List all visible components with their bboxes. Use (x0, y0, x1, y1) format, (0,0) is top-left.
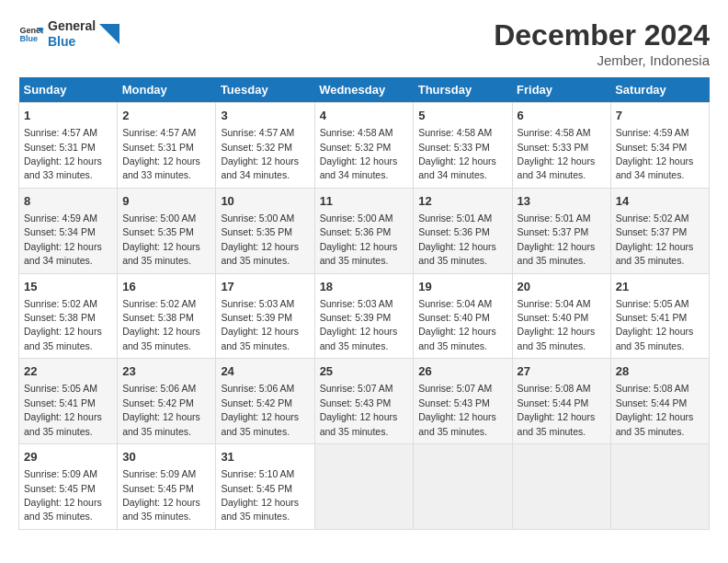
day-number: 24 (221, 363, 309, 380)
week-row-2: 8Sunrise: 4:59 AMSunset: 5:34 PMDaylight… (19, 188, 710, 273)
day-info: Sunrise: 5:03 AMSunset: 5:39 PMDaylight:… (320, 298, 398, 351)
day-info: Sunrise: 5:06 AMSunset: 5:42 PMDaylight:… (122, 383, 200, 436)
day-info: Sunrise: 4:57 AMSunset: 5:31 PMDaylight:… (122, 127, 200, 180)
day-number: 3 (221, 108, 309, 124)
day-info: Sunrise: 5:05 AMSunset: 5:41 PMDaylight:… (24, 383, 102, 436)
day-info: Sunrise: 4:58 AMSunset: 5:33 PMDaylight:… (518, 127, 596, 180)
week-row-5: 29Sunrise: 5:09 AMSunset: 5:45 PMDayligh… (19, 444, 710, 530)
day-info: Sunrise: 5:07 AMSunset: 5:43 PMDaylight:… (418, 383, 496, 436)
day-header-monday: Monday (118, 77, 216, 103)
day-header-wednesday: Wednesday (314, 77, 414, 103)
day-header-friday: Friday (512, 77, 610, 103)
calendar-cell: 9Sunrise: 5:00 AMSunset: 5:35 PMDaylight… (118, 188, 216, 273)
svg-marker-3 (99, 24, 119, 44)
day-info: Sunrise: 5:03 AMSunset: 5:39 PMDaylight:… (221, 298, 299, 351)
title-block: December 2024 Jember, Indonesia (494, 18, 710, 68)
calendar-cell: 14Sunrise: 5:02 AMSunset: 5:37 PMDayligh… (610, 188, 709, 273)
logo: General Blue General Blue (18, 18, 119, 50)
calendar-cell: 30Sunrise: 5:09 AMSunset: 5:45 PMDayligh… (118, 444, 216, 530)
day-number: 26 (418, 363, 506, 380)
day-header-tuesday: Tuesday (216, 77, 314, 103)
day-info: Sunrise: 5:08 AMSunset: 5:44 PMDaylight:… (518, 383, 596, 436)
calendar-cell: 24Sunrise: 5:06 AMSunset: 5:42 PMDayligh… (216, 359, 314, 444)
day-number: 21 (616, 279, 704, 295)
calendar-cell: 2Sunrise: 4:57 AMSunset: 5:31 PMDaylight… (118, 103, 216, 189)
day-info: Sunrise: 4:59 AMSunset: 5:34 PMDaylight:… (24, 213, 102, 266)
day-info: Sunrise: 4:57 AMSunset: 5:32 PMDaylight:… (221, 127, 299, 180)
day-info: Sunrise: 5:00 AMSunset: 5:36 PMDaylight:… (320, 213, 398, 266)
day-number: 11 (320, 193, 409, 210)
week-row-4: 22Sunrise: 5:05 AMSunset: 5:41 PMDayligh… (19, 359, 710, 444)
day-number: 8 (24, 193, 112, 210)
day-info: Sunrise: 4:59 AMSunset: 5:34 PMDaylight:… (616, 127, 694, 180)
calendar-cell (512, 444, 610, 530)
calendar-cell: 4Sunrise: 4:58 AMSunset: 5:32 PMDaylight… (314, 103, 414, 189)
calendar-cell: 21Sunrise: 5:05 AMSunset: 5:41 PMDayligh… (610, 273, 709, 359)
day-info: Sunrise: 5:04 AMSunset: 5:40 PMDaylight:… (418, 298, 496, 351)
calendar-cell: 5Sunrise: 4:58 AMSunset: 5:33 PMDaylight… (414, 103, 512, 189)
day-number: 13 (518, 193, 606, 210)
month-title: December 2024 (494, 18, 710, 52)
day-number: 7 (616, 108, 704, 124)
day-info: Sunrise: 5:00 AMSunset: 5:35 PMDaylight:… (122, 213, 200, 266)
day-header-saturday: Saturday (610, 77, 709, 103)
location-subtitle: Jember, Indonesia (494, 52, 710, 68)
day-number: 5 (418, 108, 506, 124)
calendar-cell: 22Sunrise: 5:05 AMSunset: 5:41 PMDayligh… (19, 359, 118, 444)
week-row-3: 15Sunrise: 5:02 AMSunset: 5:38 PMDayligh… (19, 273, 710, 359)
calendar-cell: 15Sunrise: 5:02 AMSunset: 5:38 PMDayligh… (19, 273, 118, 359)
calendar-cell: 10Sunrise: 5:00 AMSunset: 5:35 PMDayligh… (216, 188, 314, 273)
day-info: Sunrise: 4:58 AMSunset: 5:33 PMDaylight:… (418, 127, 496, 180)
day-number: 2 (122, 108, 210, 124)
day-info: Sunrise: 5:07 AMSunset: 5:43 PMDaylight:… (320, 383, 398, 436)
day-number: 23 (122, 363, 210, 380)
calendar-table: SundayMondayTuesdayWednesdayThursdayFrid… (18, 77, 710, 530)
calendar-cell: 1Sunrise: 4:57 AMSunset: 5:31 PMDaylight… (19, 103, 118, 189)
day-number: 1 (24, 108, 112, 124)
svg-text:Blue: Blue (19, 34, 38, 43)
day-number: 22 (24, 363, 112, 380)
calendar-cell: 6Sunrise: 4:58 AMSunset: 5:33 PMDaylight… (512, 103, 610, 189)
day-header-thursday: Thursday (414, 77, 512, 103)
day-number: 15 (24, 279, 112, 295)
page-header: General Blue General Blue December 2024 … (18, 18, 710, 68)
day-info: Sunrise: 4:57 AMSunset: 5:31 PMDaylight:… (24, 127, 102, 180)
calendar-cell: 20Sunrise: 5:04 AMSunset: 5:40 PMDayligh… (512, 273, 610, 359)
calendar-cell: 28Sunrise: 5:08 AMSunset: 5:44 PMDayligh… (610, 359, 709, 444)
day-number: 20 (518, 279, 606, 295)
day-number: 25 (320, 363, 409, 380)
day-info: Sunrise: 5:02 AMSunset: 5:38 PMDaylight:… (122, 298, 200, 351)
day-info: Sunrise: 5:04 AMSunset: 5:40 PMDaylight:… (518, 298, 596, 351)
day-info: Sunrise: 5:02 AMSunset: 5:38 PMDaylight:… (24, 298, 102, 351)
calendar-cell: 31Sunrise: 5:10 AMSunset: 5:45 PMDayligh… (216, 444, 314, 530)
header-row: SundayMondayTuesdayWednesdayThursdayFrid… (19, 77, 710, 103)
day-info: Sunrise: 5:08 AMSunset: 5:44 PMDaylight:… (616, 383, 694, 436)
calendar-cell: 29Sunrise: 5:09 AMSunset: 5:45 PMDayligh… (19, 444, 118, 530)
day-info: Sunrise: 5:09 AMSunset: 5:45 PMDaylight:… (122, 468, 200, 522)
day-number: 12 (418, 193, 506, 210)
day-number: 27 (518, 363, 606, 380)
day-info: Sunrise: 5:05 AMSunset: 5:41 PMDaylight:… (616, 298, 694, 351)
logo-blue: Blue (48, 34, 96, 50)
day-header-sunday: Sunday (19, 77, 118, 103)
calendar-cell: 23Sunrise: 5:06 AMSunset: 5:42 PMDayligh… (118, 359, 216, 444)
day-number: 4 (320, 108, 409, 124)
week-row-1: 1Sunrise: 4:57 AMSunset: 5:31 PMDaylight… (19, 103, 710, 189)
calendar-cell: 26Sunrise: 5:07 AMSunset: 5:43 PMDayligh… (414, 359, 512, 444)
day-number: 29 (24, 449, 112, 465)
calendar-cell: 8Sunrise: 4:59 AMSunset: 5:34 PMDaylight… (19, 188, 118, 273)
day-number: 9 (122, 193, 210, 210)
day-number: 31 (221, 449, 309, 465)
day-info: Sunrise: 4:58 AMSunset: 5:32 PMDaylight:… (320, 127, 398, 180)
calendar-cell: 7Sunrise: 4:59 AMSunset: 5:34 PMDaylight… (610, 103, 709, 189)
calendar-cell: 16Sunrise: 5:02 AMSunset: 5:38 PMDayligh… (118, 273, 216, 359)
day-number: 14 (616, 193, 704, 210)
day-number: 10 (221, 193, 309, 210)
calendar-cell: 19Sunrise: 5:04 AMSunset: 5:40 PMDayligh… (414, 273, 512, 359)
day-number: 30 (122, 449, 210, 465)
day-info: Sunrise: 5:01 AMSunset: 5:37 PMDaylight:… (518, 213, 596, 266)
calendar-cell (610, 444, 709, 530)
day-number: 18 (320, 279, 409, 295)
calendar-cell: 13Sunrise: 5:01 AMSunset: 5:37 PMDayligh… (512, 188, 610, 273)
day-info: Sunrise: 5:01 AMSunset: 5:36 PMDaylight:… (418, 213, 496, 266)
